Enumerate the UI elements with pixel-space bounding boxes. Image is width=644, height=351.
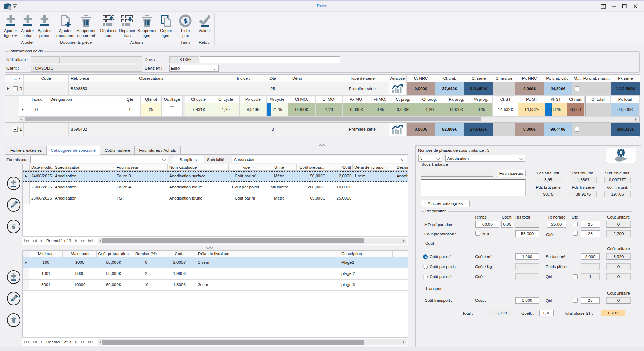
ranges-add-button[interactable] <box>7 270 20 284</box>
nav-first-button[interactable] <box>23 238 30 243</box>
cell-cout[interactable]: 2,000€ <box>326 171 353 182</box>
mo-tx-horaire-field[interactable]: 25,00 <box>547 221 566 228</box>
cell-desc[interactable]: plage 3 <box>340 280 367 290</box>
cell-fourn[interactable]: Fourn 3 <box>115 171 168 182</box>
ajouter-achat-button[interactable]: Ajouterachat <box>19 13 36 39</box>
nested-column-header-ct-prog[interactable]: Ct prog. <box>390 96 416 103</box>
cell-ct-cycle[interactable]: 7,931€ <box>185 103 212 116</box>
column-header-ct-nrc[interactable]: Ct NRC <box>407 75 435 82</box>
catalog-header-unite[interactable]: Unité <box>262 164 297 171</box>
column-header-code[interactable]: Code <box>24 75 69 82</box>
grid-panel-splitter[interactable] <box>319 141 319 146</box>
cout-qte-field[interactable]: 25 <box>581 230 600 237</box>
cell-qte-lot[interactable]: 25 <box>141 103 162 116</box>
cell-min[interactable]: 1001 <box>29 268 63 279</box>
ranges-edit-button[interactable] <box>7 292 20 305</box>
cell-px-prog[interactable]: 0,000€ <box>443 103 470 116</box>
cell-ct-unit[interactable]: 37,642€ <box>435 82 464 95</box>
cell-remise[interactable]: 10 <box>130 280 162 290</box>
cell-max[interactable]: 10000 <box>63 280 97 290</box>
valider-button[interactable]: Valider <box>196 13 213 39</box>
cell-cf-marge[interactable] <box>493 82 515 95</box>
nested-column-header-ct-mat[interactable]: Ct mat. <box>567 96 585 103</box>
cell-pct-prog[interactable]: 0 % <box>470 103 493 116</box>
cell-pct-st[interactable]: 33 % <box>545 103 567 116</box>
cout-preparation-field[interactable]: 55,000 <box>515 230 539 237</box>
specialite-combobox[interactable]: Anodisation <box>232 156 407 163</box>
nested-operation-row[interactable]: 01257,931€1,209,518€21 %0,000€1,200,000€… <box>19 103 639 116</box>
nav-last-button[interactable] <box>87 238 94 243</box>
column-header-ct-unit[interactable]: Ct unit. <box>435 75 464 82</box>
catalog-header-nom[interactable]: Nom catalogue <box>168 164 229 171</box>
cell-delai[interactable]: 1 sem <box>196 257 340 268</box>
cell-px-nrc[interactable]: 0,000€ <box>515 82 544 95</box>
cell-spec[interactable]: Anodisation <box>53 193 115 204</box>
client-field[interactable]: TOPSOLID <box>31 65 142 72</box>
cell-remise[interactable]: 0 <box>130 257 162 268</box>
nested-column-header-px-st[interactable]: Px ST <box>518 96 545 103</box>
ranges-row[interactable]: 50011000060,000€101,800€2semplage 3 <box>23 280 408 291</box>
cell-min[interactable]: 5001 <box>29 280 63 290</box>
cout-unit-field-2[interactable]: 0 <box>606 273 631 280</box>
nav-prevpage-button[interactable] <box>31 238 38 243</box>
nav-nextpage-button[interactable] <box>79 238 86 243</box>
nested-column-header-qte[interactable]: Qté <box>119 96 141 103</box>
scroll-right-icon[interactable] <box>634 117 639 122</box>
cell-delai[interactable] <box>290 82 336 95</box>
catalog-delete-button[interactable] <box>7 220 20 233</box>
cell-cout-prep[interactable]: 65,000€ <box>297 193 326 204</box>
column-header-ana[interactable]: Analyse <box>389 75 407 82</box>
cell-delai[interactable] <box>353 193 395 204</box>
cell-cout-prep[interactable]: 200,000€ <box>297 182 326 193</box>
scrollbar-thumb[interactable] <box>102 340 364 345</box>
cell-cout[interactable]: 2,000€ <box>162 257 196 268</box>
catalog-header-cout[interactable]: Coût <box>326 164 353 171</box>
scroll-right-icon[interactable] <box>402 339 407 345</box>
cell-max[interactable]: 5000 <box>63 268 97 279</box>
ranges-header-cout-prep[interactable]: Coût préparation <box>97 251 130 257</box>
cout-cout-unitaire-field[interactable]: 2,200 <box>606 230 631 237</box>
ranges-header-min[interactable]: Minimun <box>29 251 63 257</box>
cell-date[interactable]: 26/06/2025 <box>30 182 53 193</box>
column-header-ref[interactable]: Réf. pièce <box>69 75 137 82</box>
nested-column-header-index[interactable]: Index <box>26 96 47 103</box>
scroll-right-icon[interactable] <box>402 238 407 244</box>
cell-cf-marge[interactable] <box>493 123 515 136</box>
scrollbar-thumb[interactable] <box>102 238 364 243</box>
cell-desig[interactable]: Anodisation <box>395 171 408 182</box>
cell-cout[interactable]: 10,000€ <box>326 182 353 193</box>
scroll-left-icon[interactable] <box>19 117 24 122</box>
sous-traitance-field[interactable] <box>421 170 493 177</box>
cell-desig[interactable] <box>395 193 408 204</box>
transport-qte-checkbox[interactable] <box>573 298 578 303</box>
panels-vertical-splitter[interactable] <box>411 145 413 347</box>
fournisseur-combobox[interactable] <box>30 156 168 163</box>
devis-name-field[interactable] <box>200 56 340 63</box>
cell-px-unit-calc[interactable]: 99,440€ <box>544 123 572 136</box>
cell-type[interactable]: Coût par m² <box>229 193 262 204</box>
coeff-field[interactable]: 1,10 <box>539 310 554 316</box>
total-phase-st-field[interactable]: 6,732 <box>601 310 625 316</box>
cell-obs[interactable] <box>137 82 232 95</box>
nav-prevpage-button[interactable] <box>31 340 38 345</box>
cell-qte[interactable]: 3 <box>255 123 290 136</box>
column-header-px-unit-calc[interactable]: Px unit. calc. <box>544 75 572 82</box>
quote-line-row[interactable]: +1B6954323Première série0,000€82,805€248… <box>5 122 639 136</box>
column-header-delai[interactable]: Délai <box>290 75 336 82</box>
collapse-icon[interactable]: − <box>13 86 18 91</box>
cell-px-mo[interactable]: 0,000€ <box>343 103 370 116</box>
cell-px-serie[interactable]: 298,320€ <box>611 123 640 136</box>
cout-value2-field-2[interactable]: 1 <box>581 273 600 280</box>
transport-unit-field[interactable]: 0 <box>606 297 631 304</box>
ranges-header-desc[interactable]: Description <box>340 251 367 257</box>
tab-catalogues-specialite[interactable]: Catalogues de spécialité <box>46 146 100 155</box>
ref-affaire-field-2[interactable] <box>61 56 142 63</box>
dock-button[interactable] <box>598 1 609 11</box>
cell-px-total[interactable]: 44,500€ <box>611 103 640 116</box>
cell-ct-serie[interactable]: 248,415€ <box>464 123 493 136</box>
column-header-px-nrc[interactable]: Px NRC <box>515 75 544 82</box>
cell-cf-prog[interactable]: 1,20 <box>416 103 443 116</box>
nested-column-header-px-mo[interactable]: Px MO. <box>343 96 370 103</box>
cell-delai[interactable]: 2sem <box>196 280 340 290</box>
tab-fournitures-achats[interactable]: Fournitures / Achats <box>134 146 180 154</box>
